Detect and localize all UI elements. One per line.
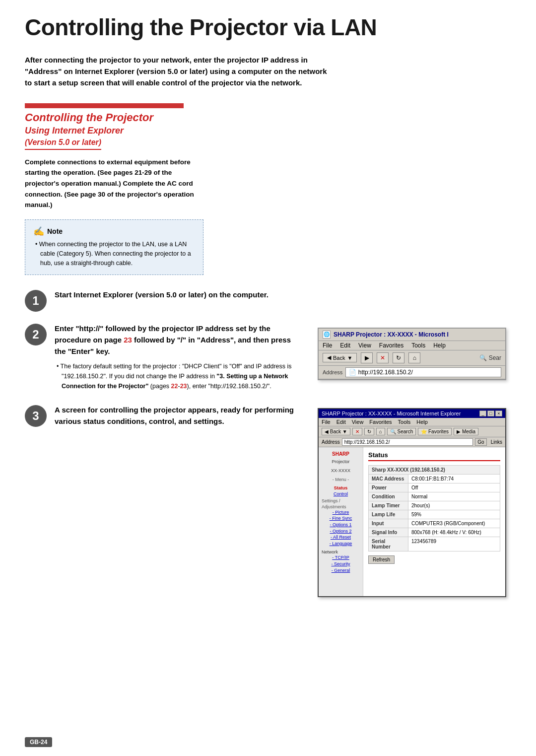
refresh-button[interactable]: Refresh bbox=[368, 555, 395, 564]
home-button[interactable]: ⌂ bbox=[408, 352, 420, 363]
menu-favorites[interactable]: Favorites bbox=[379, 342, 403, 349]
bs-network-section: Network - TCP/IP - Security - General bbox=[322, 550, 360, 573]
search-label: 🔍 Sear bbox=[479, 354, 501, 361]
bs-status-link[interactable]: Status bbox=[322, 485, 360, 491]
bs-body: SHARP Projector XX-XXXX - Menu - Status … bbox=[319, 447, 505, 596]
bs-network-label: Network bbox=[322, 550, 360, 554]
bs-options2-link[interactable]: - Options 2 bbox=[322, 528, 360, 535]
bs-menu-file[interactable]: File bbox=[322, 419, 331, 425]
menu-file[interactable]: File bbox=[323, 342, 332, 349]
bs-menu-edit[interactable]: Edit bbox=[336, 419, 346, 425]
table-row-lamp-timer: Lamp Timer 2hour(s) bbox=[369, 501, 500, 510]
back-button[interactable]: ◀ Back ▼ bbox=[323, 353, 357, 362]
bs-refresh-btn[interactable]: ↻ bbox=[364, 428, 374, 435]
note-bullet: • When connecting the projector to the L… bbox=[35, 240, 195, 269]
step-3-number-col: 3 bbox=[25, 404, 55, 597]
step-1-content: Start Internet Explorer (version 5.0 or … bbox=[55, 289, 511, 312]
table-label-lamp-life: Lamp Life bbox=[369, 510, 408, 519]
page-number: GB-24 bbox=[25, 737, 52, 747]
bs-links-label: Links bbox=[491, 439, 502, 445]
bs-go-button[interactable]: Go bbox=[475, 438, 486, 446]
step-3-two-col: A screen for controlling the projector a… bbox=[55, 404, 511, 597]
note-box: ✍ Note • When connecting the projector t… bbox=[25, 219, 203, 275]
table-value-serial: 123456789 bbox=[408, 537, 500, 551]
page-23-link-2[interactable]: 23 bbox=[180, 383, 187, 390]
table-label-condition: Condition bbox=[369, 492, 408, 501]
bs-nav-menu: - Menu - bbox=[322, 477, 360, 482]
steps-container: 1 Start Internet Explorer (version 5.0 o… bbox=[25, 289, 511, 608]
menu-help[interactable]: Help bbox=[433, 342, 446, 349]
bs-menu-view[interactable]: View bbox=[352, 419, 364, 425]
section-header-bar bbox=[25, 103, 184, 108]
bs-maximize-button[interactable]: □ bbox=[487, 411, 494, 416]
bs-menu-tools[interactable]: Tools bbox=[398, 419, 411, 425]
table-value-lamp-timer: 2hour(s) bbox=[408, 501, 500, 510]
step-2-main-text: Enter "http://" followed by the projecto… bbox=[55, 323, 303, 357]
bs-picture-link[interactable]: - Picture bbox=[322, 509, 360, 516]
menu-edit[interactable]: Edit bbox=[340, 342, 350, 349]
table-row-lamp-life: Lamp Life 59% bbox=[369, 510, 500, 519]
bs-general-link[interactable]: - General bbox=[322, 567, 360, 574]
page-22-link[interactable]: 22 bbox=[171, 383, 178, 390]
bs-titlebar: SHARP Projector : XX-XXXX - Microsoft In… bbox=[319, 409, 505, 418]
bs-stop-btn[interactable]: ✕ bbox=[352, 428, 362, 435]
bs-options1-link[interactable]: - Options 1 bbox=[322, 522, 360, 528]
address-input[interactable]: 📄 http://192.168.150.2/ bbox=[345, 367, 501, 377]
note-label: Note bbox=[47, 227, 63, 235]
bs-model-line1: Projector bbox=[322, 459, 360, 464]
step-1-circle: 1 bbox=[25, 290, 47, 312]
section-title-line2: Using Internet Explorer bbox=[25, 126, 511, 136]
bs-media-btn[interactable]: ▶ Media bbox=[454, 428, 478, 435]
bs-address-input[interactable]: http://192.168.150.2/ bbox=[342, 438, 473, 446]
table-row-power: Power Off bbox=[369, 483, 500, 492]
table-value-signal: 800x768 (H: 48.4kHz / V: 60Hz) bbox=[408, 528, 500, 537]
back-arrow-icon: ◀ bbox=[327, 354, 331, 361]
step-2-number-col: 2 bbox=[25, 323, 55, 393]
table-row-mac: MAC Address C8:00:1F:B1:B7:74 bbox=[369, 474, 500, 483]
bs-addressbar: Address http://192.168.150.2/ Go Links bbox=[319, 437, 505, 447]
bs-menu-help[interactable]: Help bbox=[416, 419, 428, 425]
bs-minimize-button[interactable]: _ bbox=[479, 411, 486, 416]
step-3-circle: 3 bbox=[25, 405, 47, 427]
browser-large-menubar: File Edit View Favorites Tools Help bbox=[319, 341, 505, 350]
table-label-lamp-timer: Lamp Timer bbox=[369, 501, 408, 510]
page-number-container: GB-24 bbox=[25, 737, 52, 746]
forward-button[interactable]: ▶ bbox=[361, 352, 373, 363]
refresh-button[interactable]: ↻ bbox=[393, 352, 404, 363]
bs-menu-favorites[interactable]: Favorites bbox=[369, 419, 392, 425]
page-container: Controlling the Projector via LAN After … bbox=[25, 15, 511, 608]
bs-language-link[interactable]: - Language bbox=[322, 541, 360, 547]
table-row-header: Sharp XX-XXXX (192.168.150.2) bbox=[369, 465, 500, 474]
bs-menu-label: - Menu - bbox=[322, 477, 360, 482]
menu-tools[interactable]: Tools bbox=[411, 342, 425, 349]
bs-favorites-btn[interactable]: ⭐ Favorites bbox=[418, 428, 452, 435]
prereq-text: Complete connections to external equipme… bbox=[25, 157, 203, 210]
step-3-left: A screen for controlling the projector a… bbox=[55, 404, 303, 431]
browser-large-addressbar: Address 📄 http://192.168.150.2/ bbox=[319, 366, 505, 379]
bs-security-link[interactable]: - Security bbox=[322, 561, 360, 567]
search-icon: 🔍 bbox=[479, 354, 487, 361]
bs-tcpip-link[interactable]: - TCP/IP bbox=[322, 554, 360, 561]
bs-home-btn[interactable]: ⌂ bbox=[376, 428, 385, 435]
bs-control-link[interactable]: Control bbox=[322, 491, 360, 497]
step-2-right: 🌐 SHARP Projector : XX-XXXX - Microsoft … bbox=[313, 323, 511, 380]
page-23-link[interactable]: 23 bbox=[124, 336, 132, 344]
bs-search-btn[interactable]: 🔍 Search bbox=[387, 428, 416, 435]
menu-view[interactable]: View bbox=[358, 342, 371, 349]
step-2-sub-text: • The factory default setting for the pr… bbox=[55, 361, 303, 391]
bs-menubar: File Edit View Favorites Tools Help bbox=[319, 418, 505, 426]
page-title: Controlling the Projector via LAN bbox=[25, 15, 511, 40]
step-2-content: Enter "http://" followed by the projecto… bbox=[55, 323, 511, 393]
bs-allreset-link[interactable]: - All Reset bbox=[322, 534, 360, 541]
bs-finesync-link[interactable]: - Fine Sync bbox=[322, 515, 360, 522]
browser-small: SHARP Projector : XX-XXXX - Microsoft In… bbox=[318, 408, 506, 597]
bs-close-button[interactable]: × bbox=[495, 411, 502, 416]
table-value-mac: C8:00:1F:B1:B7:74 bbox=[408, 474, 500, 483]
browser-large-icon: 🌐 bbox=[323, 331, 331, 339]
step-1: 1 Start Internet Explorer (version 5.0 o… bbox=[25, 289, 511, 312]
table-value-lamp-life: 59% bbox=[408, 510, 500, 519]
bs-back-btn[interactable]: ◀ Back ▼ bbox=[322, 428, 350, 435]
page-icon: 📄 bbox=[349, 369, 356, 376]
stop-button[interactable]: ✕ bbox=[377, 352, 389, 363]
browser-large-title: SHARP Projector : XX-XXXX - Microsoft I bbox=[334, 331, 449, 338]
